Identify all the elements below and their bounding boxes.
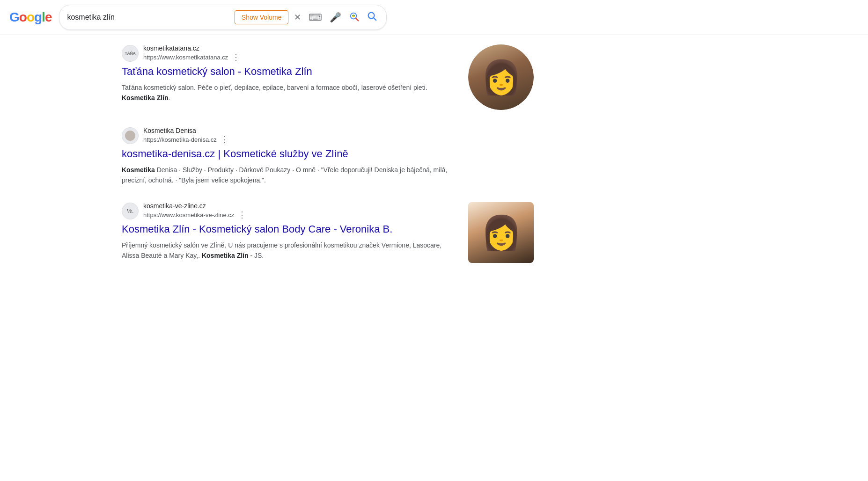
result-left-veronika: Ve. kosmetika-ve-zline.cz https://www.ko…: [122, 202, 459, 261]
result-snippet-tatana: Taťána kosmetický salon. Péče o pleť, de…: [122, 82, 459, 103]
search-bar: Show Volume ✕ ⌨ 🎤: [59, 5, 387, 30]
svg-line-1: [356, 18, 359, 21]
voice-search-button[interactable]: 🎤: [328, 10, 343, 25]
source-url-veronika: https://www.kosmetika-ve-zline.cz: [143, 211, 234, 219]
favicon-tatana: TÁŇA: [122, 45, 139, 62]
source-options-denisa[interactable]: ⋮: [220, 134, 230, 145]
result-photo-veronika: [468, 202, 534, 263]
result-photo-tatana: [468, 44, 534, 110]
result-item: TÁŇA kosmetikatatana.cz https://www.kosm…: [122, 44, 534, 110]
result-snippet-denisa: Kosmetika Denisa · Služby · Produkty · D…: [122, 165, 473, 186]
clear-button[interactable]: ✕: [292, 10, 303, 24]
mic-icon: 🎤: [330, 12, 341, 23]
result-source-veronika: Ve. kosmetika-ve-zline.cz https://www.ko…: [122, 202, 459, 220]
source-url-denisa: https://kosmetika-denisa.cz: [143, 136, 217, 143]
result-snippet-veronika: Příjemný kosmetický salón ve Zlíně. U ná…: [122, 240, 459, 261]
favicon-denisa: [122, 127, 139, 144]
keyboard-icon: ⌨: [309, 12, 322, 23]
result-item-denisa: Kosmetika Denisa https://kosmetika-denis…: [122, 127, 534, 185]
source-info-veronika: kosmetika-ve-zline.cz https://www.kosmet…: [143, 202, 247, 220]
svg-line-4: [374, 18, 376, 20]
result-image-tatana: [468, 44, 534, 110]
search-input[interactable]: [67, 13, 230, 22]
results-container: TÁŇA kosmetikatatana.cz https://www.kosm…: [0, 35, 655, 289]
result-source-tatana: TÁŇA kosmetikatatana.cz https://www.kosm…: [122, 44, 459, 62]
favicon-veronika: Ve.: [122, 203, 139, 219]
lens-icon: [349, 11, 359, 24]
result-item-veronika: Ve. kosmetika-ve-zline.cz https://www.ko…: [122, 202, 534, 263]
close-icon: ✕: [294, 12, 301, 22]
source-options-veronika[interactable]: ⋮: [237, 210, 247, 220]
keyboard-button[interactable]: ⌨: [307, 10, 324, 25]
source-name-veronika: kosmetika-ve-zline.cz: [143, 202, 247, 210]
show-volume-button[interactable]: Show Volume: [235, 10, 289, 24]
source-options-tatana[interactable]: ⋮: [231, 52, 241, 62]
source-name-tatana: kosmetikatatana.cz: [143, 44, 241, 52]
result-source-denisa: Kosmetika Denisa https://kosmetika-denis…: [122, 127, 473, 145]
source-name-denisa: Kosmetika Denisa: [143, 127, 230, 134]
result-image-veronika: [468, 202, 534, 263]
result-left-tatana: TÁŇA kosmetikatatana.cz https://www.kosm…: [122, 44, 459, 103]
image-search-button[interactable]: [347, 9, 361, 26]
google-logo: Google: [9, 10, 51, 25]
result-left-denisa: Kosmetika Denisa https://kosmetika-denis…: [122, 127, 473, 185]
search-button[interactable]: [365, 9, 379, 26]
result-title-tatana[interactable]: Taťána kosmetický salon - Kosmetika Zlín: [122, 65, 459, 79]
source-info-denisa: Kosmetika Denisa https://kosmetika-denis…: [143, 127, 230, 145]
result-title-veronika[interactable]: Kosmetika Zlín - Kosmetický salon Body C…: [122, 223, 459, 236]
search-icon: [367, 11, 377, 24]
source-url-tatana: https://www.kosmetikatatana.cz: [143, 54, 228, 61]
header: Google Show Volume ✕ ⌨ 🎤: [0, 0, 868, 35]
source-info-tatana: kosmetikatatana.cz https://www.kosmetika…: [143, 44, 241, 62]
result-title-denisa[interactable]: kosmetika-denisa.cz | Kosmetické služby …: [122, 147, 473, 161]
